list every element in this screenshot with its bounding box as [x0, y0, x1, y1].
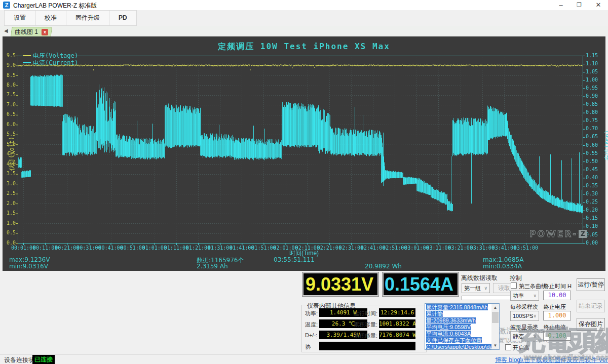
protocol-label: 协	[305, 343, 311, 351]
stop-voltage-label: 终止电压	[544, 303, 566, 311]
current-display: 0.1564A	[383, 272, 459, 296]
log-lines: 累计容量:2315.8848mAh 累计能量:20989.3633mWh 平均电…	[426, 304, 491, 350]
app-window: Z ChargerLAB POWER-Z 标准版 – ❐ ✕ 设置 校准 固件升…	[0, 0, 608, 364]
toolbar-calibration-button[interactable]: 校准	[35, 11, 66, 25]
stat-voltage-min: min:9.0316V	[9, 263, 48, 270]
chart-panel: 定频调压 10W Test iPhone XS Max 电压(Voltage) …	[3, 36, 605, 271]
scroll-down-icon[interactable]: ▼	[491, 342, 499, 349]
toolbar: 设置 校准 固件升级 PD	[4, 10, 137, 26]
log-scrollbar[interactable]: ▲ ▼	[491, 304, 499, 349]
third-curve-label: 第三条曲线	[519, 282, 547, 290]
connection-status-badge: 已连接	[32, 355, 55, 364]
runtime-label: 运行时间:	[354, 310, 377, 317]
dplus-label: D+/-:	[305, 332, 317, 338]
chevron-down-icon: ∨	[533, 293, 537, 298]
current-legend-mark	[23, 62, 31, 63]
stat-energy: 20.9892 Wh	[365, 263, 402, 270]
read-progress-bar	[462, 296, 515, 300]
powerz-z-logo-icon: Z	[579, 230, 587, 238]
offline-read-title: 离线数据读取	[461, 274, 498, 282]
power-label: 功率:	[305, 310, 318, 317]
stat-capacity: 2.3159 Ah	[197, 263, 228, 270]
stat-current-min: min:0.0334A	[483, 263, 522, 270]
acc-capacity-value: 1001.8322 Ah	[379, 319, 415, 328]
minimize-button[interactable]: –	[553, 1, 568, 10]
protocol-value	[319, 342, 415, 350]
enable-label: 开启高	[513, 344, 529, 352]
scroll-thumb[interactable]	[492, 312, 499, 323]
maximize-button[interactable]: ❐	[572, 1, 587, 10]
app-logo-icon: Z	[3, 2, 10, 9]
stop-current-input[interactable]: 0.100	[543, 331, 571, 341]
tab-close-icon[interactable]: x	[42, 29, 48, 35]
waveform-canvas	[3, 36, 605, 271]
offline-group-value: 第一组	[464, 285, 481, 292]
sps-select[interactable]: 100SPS ∨	[510, 311, 539, 321]
blog-link[interactable]: 博客 blog	[495, 356, 520, 364]
toolbar-settings-button[interactable]: 设置	[5, 11, 35, 25]
chart-title: 定频调压 10W Test iPhone XS Max	[3, 42, 605, 52]
wave-display-select[interactable]: 静态 ∨	[510, 331, 539, 341]
tab-label: 曲线图 1	[15, 28, 38, 36]
current-legend-label: 电流(Current)	[33, 59, 78, 67]
acc-energy-label: 累积能量:	[354, 332, 377, 340]
powerz-watermark-text: POWER-	[529, 229, 578, 239]
y-axis-left-label: 伏特(Volt)	[8, 137, 16, 171]
power-curve-select[interactable]: 功率 ∨	[510, 291, 539, 301]
download-link[interactable]: 点击下载最新固件及应用软件 Ver. 5.0.7	[518, 356, 608, 364]
toolbar-pd-button[interactable]: PD	[109, 11, 136, 25]
acc-energy-value: 7176.8074 Wh	[379, 331, 415, 339]
tab-curve-chart[interactable]: 曲线图 1 x	[11, 27, 52, 36]
stop-record-button[interactable]: 结束记录	[577, 300, 605, 312]
runtime-value: 12:29:14.6	[379, 308, 415, 317]
toolbar-firmware-button[interactable]: 固件升级	[66, 11, 109, 25]
connection-label: 设备连接状	[4, 356, 34, 364]
stat-voltage-max: max:9.1236V	[9, 256, 50, 263]
voltage-display: 9.0331V	[302, 272, 378, 296]
log-textarea[interactable]: 累计容量:2315.8848mAh 累计能量:20989.3633mWh 平均电…	[425, 303, 500, 350]
control-title: 控制	[510, 274, 522, 282]
stat-duration: 03:55:51.111	[274, 256, 315, 263]
wave-display-label: 波形显示类	[510, 323, 538, 331]
y-axis-right-label: 安培(Amp)	[603, 130, 608, 160]
close-button[interactable]: ✕	[591, 1, 606, 10]
chart-legend: 电压(Voltage) 电流(Current)	[23, 52, 78, 66]
offline-group-select[interactable]: 第一组 ∨	[462, 283, 490, 293]
run-pause-button[interactable]: 运行/暂停	[577, 278, 605, 291]
chevron-down-icon: ∨	[533, 313, 537, 318]
title-bar: Z ChargerLAB POWER-Z 标准版 – ❐ ✕	[0, 0, 608, 10]
third-curve-checkbox[interactable]	[511, 282, 517, 289]
voltage-legend-mark	[23, 55, 31, 56]
acc-capacity-label: 累积容量:	[354, 321, 377, 329]
window-title: ChargerLAB POWER-Z 标准版	[13, 2, 97, 10]
stop-time-input[interactable]: 10.00	[543, 291, 571, 300]
tab-back-arrow-icon[interactable]: ◀	[4, 28, 8, 33]
tab-strip: ◀ 曲线图 1 x	[0, 26, 608, 36]
enable-checkbox[interactable]	[505, 344, 511, 350]
stop-current-label: 终止电流	[544, 323, 566, 331]
stop-time-label: 终止时间 H	[544, 282, 572, 290]
stop-voltage-input[interactable]: 1.000	[543, 311, 571, 320]
save-image-button[interactable]: 保存图片	[577, 318, 605, 331]
chevron-down-icon: ∨	[533, 334, 537, 339]
chevron-down-icon: ∨	[484, 286, 487, 291]
sps-label: 每秒采样次	[510, 303, 538, 311]
scroll-up-icon[interactable]: ▲	[491, 304, 499, 311]
powerz-watermark: POWER- Z	[529, 229, 587, 239]
stat-current-max: max:1.0685A	[483, 256, 523, 263]
temperature-label: 温度:	[305, 321, 318, 329]
